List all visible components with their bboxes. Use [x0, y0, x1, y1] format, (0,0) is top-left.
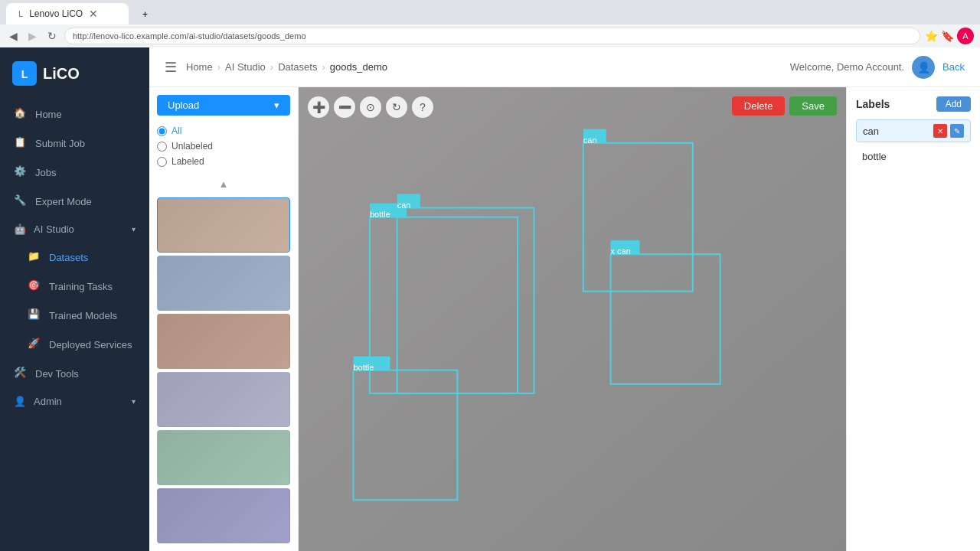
thumbnail-item[interactable]	[157, 372, 290, 427]
logo-text: LiCO	[43, 65, 80, 83]
sidebar-item-ai-studio[interactable]: 🤖 AI Studio ▾	[0, 216, 149, 243]
admin-icon: 👤	[14, 396, 26, 407]
thumbnail-item[interactable]	[157, 430, 290, 485]
upload-button[interactable]: Upload ▾	[157, 95, 290, 116]
sidebar-sub-ai-studio: 📁 Datasets 🎯 Training Tasks 💾 Trained Mo…	[0, 243, 149, 359]
avatar-icon: 👤	[917, 61, 930, 73]
address-bar[interactable]: http://lenovo-lico.example.com/ai-studio…	[64, 28, 920, 44]
file-panel: Upload ▾ All Unlabeled Labeled	[149, 87, 299, 551]
svg-text:L: L	[21, 68, 28, 80]
tab-close-button[interactable]: ✕	[89, 8, 98, 20]
canvas-toolbar: ➕ ➖ ⊙ ↻ ?	[308, 96, 433, 118]
breadcrumb-sep-3: ›	[322, 61, 325, 73]
help-icon: ?	[420, 101, 426, 113]
sidebar-item-jobs[interactable]: ⚙️ Jobs	[0, 158, 149, 187]
thumbnail-item[interactable]	[157, 256, 290, 311]
help-button[interactable]: ?	[412, 96, 433, 118]
zoom-out-button[interactable]: ➖	[334, 96, 355, 118]
sidebar-item-dev-tools[interactable]: 🛠️ Dev Tools	[0, 359, 149, 388]
sidebar-item-admin-label: Admin	[34, 396, 62, 407]
address-text: http://lenovo-lico.example.com/ai-studio…	[73, 31, 306, 41]
sidebar-item-admin[interactable]: 👤 Admin ▾	[0, 388, 149, 415]
breadcrumb-sep-2: ›	[270, 61, 273, 73]
filter-unlabeled-radio[interactable]	[157, 142, 167, 152]
submit-job-icon: 📋	[14, 136, 28, 150]
user-avatar[interactable]: 👤	[912, 56, 935, 79]
ai-studio-icon: 🤖	[14, 223, 26, 235]
logo-icon: L	[12, 61, 37, 86]
new-tab-button[interactable]: +	[130, 5, 160, 24]
sidebar-item-submit-job[interactable]: 📋 Submit Job	[0, 129, 149, 158]
minus-icon: ➖	[338, 101, 351, 113]
thumbnail-list	[157, 197, 290, 543]
label-item-can[interactable]: can ✕ ✎	[856, 119, 971, 142]
chevron-down-icon-admin: ▾	[132, 397, 136, 406]
browser-profile[interactable]: A	[957, 28, 974, 44]
browser-ext-2[interactable]: 🔖	[941, 30, 954, 42]
reload-button[interactable]: ↻	[44, 28, 60, 44]
filter-all[interactable]: All	[157, 123, 290, 139]
add-label-button[interactable]: Add	[936, 96, 971, 112]
chevron-down-icon: ▾	[132, 225, 136, 233]
main-area: ☰ Home › AI Studio › Datasets › goods_de…	[149, 47, 980, 551]
redo-icon: ↻	[392, 101, 401, 113]
sidebar-item-home-label: Home	[35, 109, 62, 120]
forward-button[interactable]: ▶	[25, 28, 40, 44]
labels-header: Labels Add	[856, 96, 971, 112]
svg-text:bottle: bottle	[354, 363, 374, 372]
filter-all-radio[interactable]	[157, 126, 167, 136]
delete-button[interactable]: Delete	[732, 96, 786, 116]
browser-actions: ⭐ 🔖 A	[925, 28, 974, 44]
plus-icon: ➕	[312, 101, 325, 113]
back-button[interactable]: ◀	[6, 28, 21, 44]
filter-labeled[interactable]: Labeled	[157, 154, 290, 169]
add-box-button[interactable]: ➕	[308, 96, 329, 118]
browser-ext-1[interactable]: ⭐	[925, 30, 938, 42]
thumbnail-item[interactable]	[157, 488, 290, 543]
sidebar-item-deployed-services[interactable]: 🚀 Deployed Services	[6, 330, 149, 359]
sidebar-item-expert-mode[interactable]: 🔧 Expert Mode	[0, 187, 149, 216]
thumbnail-item[interactable]	[157, 197, 290, 253]
browser-chrome: L Lenovo LiCO ✕ + ◀ ▶ ↻ http://lenovo-li…	[0, 0, 980, 47]
label-item-bottle[interactable]: bottle	[856, 147, 971, 166]
filter-labeled-radio[interactable]	[157, 157, 167, 167]
sidebar-item-trained-models[interactable]: 💾 Trained Models	[6, 301, 149, 330]
sidebar-item-trained-models-label: Trained Models	[49, 310, 117, 321]
dev-tools-icon: 🛠️	[14, 367, 28, 380]
redo-button[interactable]: ↻	[386, 96, 407, 118]
circle-icon: ⊙	[366, 101, 375, 113]
collapse-button[interactable]: ▲	[157, 175, 290, 193]
sidebar-item-datasets[interactable]: 📁 Datasets	[6, 243, 149, 272]
sidebar-item-ai-studio-label: AI Studio	[34, 223, 74, 235]
svg-text:can: can	[583, 135, 597, 145]
save-button[interactable]: Save	[789, 96, 837, 116]
zoom-reset-button[interactable]: ⊙	[360, 96, 381, 118]
breadcrumb: Home › AI Studio › Datasets › goods_demo	[186, 61, 781, 73]
datasets-icon: 📁	[28, 250, 41, 264]
sidebar-item-home[interactable]: 🏠 Home	[0, 99, 149, 129]
label-edit-can[interactable]: ✎	[950, 124, 964, 138]
breadcrumb-sep-1: ›	[217, 61, 220, 73]
sidebar-item-training-tasks[interactable]: 🎯 Training Tasks	[6, 272, 149, 301]
label-list: can ✕ ✎ bottle	[856, 119, 971, 542]
browser-tab-active[interactable]: L Lenovo LiCO ✕	[6, 3, 129, 24]
svg-text:can: can	[397, 201, 411, 210]
svg-rect-2	[299, 87, 846, 551]
thumbnail-item[interactable]	[157, 314, 290, 369]
trained-models-icon: 💾	[28, 308, 41, 322]
svg-text:x can: x can	[611, 246, 631, 256]
welcome-text: Welcome, Demo Account.	[790, 61, 904, 73]
hamburger-menu[interactable]: ☰	[165, 59, 177, 76]
label-delete-can[interactable]: ✕	[933, 124, 947, 138]
svg-text:bottle: bottle	[370, 210, 390, 219]
labels-panel: Labels Add can ✕ ✎ bottle	[846, 87, 980, 551]
back-button-top[interactable]: Back	[942, 61, 965, 73]
breadcrumb-ai-studio[interactable]: AI Studio	[225, 61, 266, 73]
annotation-overlay: bottle can can x can	[299, 87, 846, 551]
breadcrumb-current: goods_demo	[330, 61, 387, 73]
breadcrumb-datasets[interactable]: Datasets	[278, 61, 317, 73]
filter-unlabeled[interactable]: Unlabeled	[157, 139, 290, 154]
sidebar-logo: L LiCO	[0, 47, 149, 99]
sidebar-navigation: 🏠 Home 📋 Submit Job ⚙️ Jobs 🔧 Expert Mod…	[0, 99, 149, 551]
breadcrumb-home[interactable]: Home	[186, 61, 213, 73]
